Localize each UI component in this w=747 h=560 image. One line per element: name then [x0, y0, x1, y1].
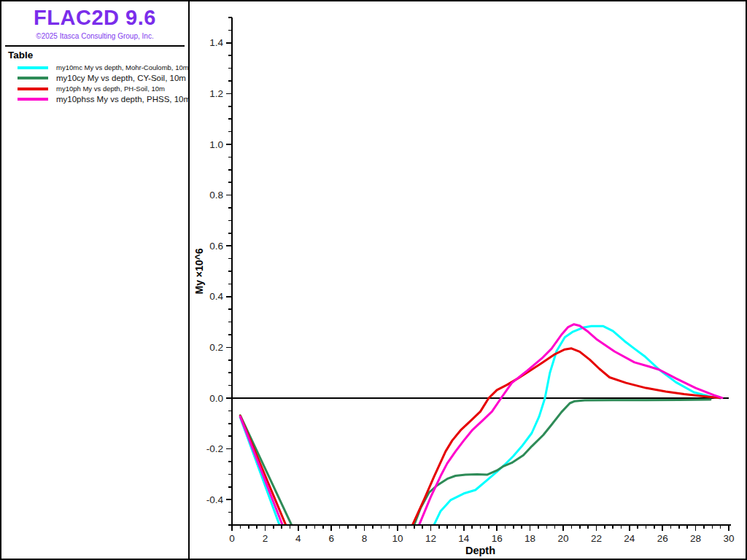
- x-tick-label: 8: [362, 533, 368, 544]
- app-subtitle: ©2025 Itasca Consulting Group, Inc.: [1, 32, 188, 40]
- curve-my10phss: [240, 324, 722, 540]
- legend-item-label: my10phss My vs depth, PHSS, 10m: [56, 95, 190, 104]
- y-tick-label: 0.0: [209, 393, 223, 404]
- curves-group: [240, 324, 722, 540]
- y-tick-label: 0.8: [209, 190, 223, 201]
- x-tick-label: 12: [425, 533, 436, 544]
- legend-item-my10mc: my10mc My vs depth, Mohr-Coulomb, 10m: [1, 63, 188, 72]
- y-axis-title: My ×10^6: [193, 248, 205, 294]
- app-title: FLAC2D 9.6: [1, 6, 188, 30]
- y-tick-label: 0.6: [209, 241, 223, 252]
- legend-item-label: my10mc My vs depth, Mohr-Coulomb, 10m: [56, 63, 189, 71]
- y-tick-label: 1.2: [209, 88, 223, 99]
- x-tick-label: 16: [492, 533, 503, 544]
- legend-item-my10phss: my10phss My vs depth, PHSS, 10m: [1, 93, 188, 105]
- y-tick-label: -0.2: [206, 443, 223, 454]
- x-tick-label: 10: [392, 533, 403, 544]
- y-tick-label: 1.0: [209, 139, 223, 150]
- x-tick-label: 6: [328, 533, 334, 544]
- x-tick-label: 22: [591, 533, 602, 544]
- ticks-group: [226, 18, 729, 531]
- axes-group: [231, 18, 731, 526]
- legend-item-my10ph: my10ph My vs depth, PH-Soil, 10m: [1, 84, 188, 93]
- x-tick-label: 4: [295, 533, 301, 544]
- x-tick-label: 26: [657, 533, 668, 544]
- x-tick-label: 28: [690, 533, 701, 544]
- x-tick-label: 24: [624, 533, 635, 544]
- legend-item-my10cy: my10cy My vs depth, CY-Soil, 10m: [1, 72, 188, 84]
- x-tick-label: 14: [458, 533, 470, 544]
- sidebar-divider: [5, 45, 185, 47]
- legend-item-label: my10cy My vs depth, CY-Soil, 10m: [56, 74, 186, 82]
- y-tick-label: 1.4: [209, 37, 223, 48]
- chart-canvas[interactable]: 024681012141618202224262830-0.4-0.20.00.…: [190, 1, 747, 560]
- x-tick-label: 18: [525, 533, 535, 544]
- tick-labels-group: 024681012141618202224262830-0.4-0.20.00.…: [206, 37, 735, 544]
- y-tick-label: 0.4: [209, 291, 223, 302]
- legend-header: Table: [8, 50, 188, 61]
- sidebar: FLAC2D 9.6 ©2025 Itasca Consulting Group…: [1, 1, 190, 559]
- app-window: FLAC2D 9.6 ©2025 Itasca Consulting Group…: [0, 0, 747, 560]
- x-tick-label: 30: [723, 533, 734, 544]
- curve-my10ph: [240, 349, 720, 540]
- x-axis-title: Depth: [465, 545, 495, 556]
- legend-swatch-my10phss: [18, 98, 48, 101]
- curve-my10cy: [240, 400, 711, 540]
- x-tick-label: 0: [229, 533, 235, 544]
- legend-swatch-my10cy: [18, 77, 48, 79]
- chart-panel: 024681012141618202224262830-0.4-0.20.00.…: [190, 1, 747, 560]
- legend-swatch-my10ph: [18, 88, 48, 90]
- legend-list: my10mc My vs depth, Mohr-Coulomb, 10mmy1…: [1, 63, 188, 105]
- x-tick-label: 20: [557, 533, 568, 544]
- y-tick-label: -0.4: [206, 494, 224, 505]
- legend-swatch-my10mc: [18, 66, 48, 69]
- y-tick-label: 0.2: [209, 342, 223, 353]
- curve-my10mc: [240, 326, 720, 540]
- x-tick-label: 2: [263, 533, 268, 544]
- legend-item-label: my10ph My vs depth, PH-Soil, 10m: [56, 85, 165, 93]
